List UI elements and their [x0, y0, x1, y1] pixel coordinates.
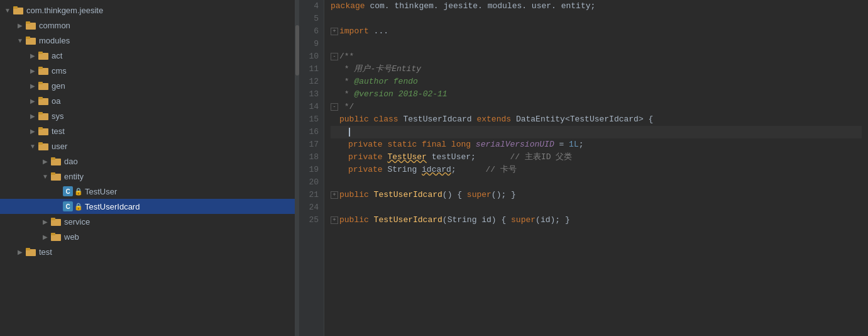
code-line-12: * @author fendo	[331, 76, 862, 88]
folder-icon	[38, 95, 49, 106]
tree-item-common[interactable]: ▶ common	[0, 18, 295, 33]
folder-icon	[50, 171, 62, 182]
svg-rect-5	[26, 36, 30, 39]
tree-item-act[interactable]: ▶ act	[0, 48, 295, 63]
fold-icon[interactable]: +	[331, 216, 338, 224]
svg-rect-23	[51, 172, 55, 175]
arrow-icon: ▶	[28, 126, 38, 136]
folder-icon	[25, 246, 36, 257]
fold-icon[interactable]: -	[331, 103, 338, 111]
folder-icon	[25, 20, 36, 31]
tree-item-test2[interactable]: ▶ test	[0, 244, 295, 259]
svg-rect-13	[38, 97, 43, 99]
folder-icon	[38, 65, 49, 76]
code-line-17: private static final long serialVersionU…	[331, 138, 862, 151]
tree-label-testuseridcard: TestUserIdcard	[85, 202, 140, 211]
arrow-icon: ▶	[40, 232, 50, 242]
arrow-icon: ▶	[28, 50, 38, 60]
svg-rect-1	[13, 6, 18, 9]
arrow-icon: ▼	[40, 171, 50, 181]
code-line-16	[331, 126, 862, 138]
tree-label-entity: entity	[64, 172, 84, 181]
lock-icon: 🔒	[74, 188, 83, 196]
tree-label-test2: test	[39, 247, 52, 257]
file-tree[interactable]: ▼ com.thinkgem.jeesite ▶ common ▼ module…	[0, 0, 295, 336]
code-line-5	[331, 13, 862, 25]
folder-icon	[13, 4, 24, 16]
tree-label-test: test	[52, 126, 65, 136]
folder-icon	[38, 50, 49, 61]
svg-rect-25	[51, 218, 55, 220]
arrow-icon: ▼	[28, 141, 38, 151]
code-line-21: + public TestUserIdcard () { super (); }	[331, 189, 862, 201]
tree-item-dao[interactable]: ▶ dao	[0, 154, 295, 169]
tree-item-entity[interactable]: ▼ entity	[0, 169, 295, 184]
svg-rect-19	[38, 142, 43, 145]
folder-icon	[50, 155, 62, 167]
svg-rect-21	[51, 157, 55, 160]
tree-item-cms[interactable]: ▶ cms	[0, 63, 295, 78]
arrow-icon: ▶	[40, 156, 50, 166]
code-line-4: package com. thinkgem. jeesite. modules.…	[331, 0, 862, 13]
arrow-icon: ▶	[15, 247, 25, 257]
code-line-6: + import ...	[331, 25, 862, 38]
code-line-18: private TestUser testUser; // 主表ID 父类	[331, 151, 862, 164]
arrow-icon: ▶	[28, 96, 38, 106]
tree-item-user[interactable]: ▼ user	[0, 138, 295, 154]
svg-rect-11	[38, 82, 43, 84]
folder-icon	[50, 216, 62, 227]
fold-icon[interactable]: -	[331, 53, 338, 60]
svg-rect-9	[38, 67, 43, 69]
tree-item-sys[interactable]: ▶ sys	[0, 108, 295, 123]
code-line-19: private String idcard ; // 卡号	[331, 164, 862, 176]
code-line-11: * 用户-卡号Entity	[331, 63, 862, 76]
tree-item-test[interactable]: ▶ test	[0, 123, 295, 138]
fold-icon[interactable]: +	[331, 191, 338, 199]
svg-rect-27	[51, 233, 55, 235]
folder-icon	[38, 140, 49, 152]
tree-item-testuseridcard[interactable]: C 🔒 TestUserIdcard	[0, 199, 295, 214]
tree-label-testuser: TestUser	[85, 187, 117, 196]
arrow-icon: ▶	[28, 81, 38, 91]
tree-item-modules[interactable]: ▼ modules	[0, 33, 295, 48]
class-icon: C	[63, 186, 73, 196]
tree-item-gen[interactable]: ▶ gen	[0, 78, 295, 93]
tree-label-cms: cms	[52, 66, 67, 76]
tree-label-gen: gen	[52, 81, 65, 91]
code-editor[interactable]: 4 5 6 9 10 11 12 13 14 15 16 17 18 19 20…	[299, 0, 868, 336]
lock-icon: 🔒	[74, 203, 83, 211]
folder-icon	[38, 80, 49, 91]
arrow-icon: ▶	[40, 216, 50, 227]
tree-label-common: common	[39, 21, 70, 30]
code-line-10: - /**	[331, 50, 862, 63]
tree-item-testuser[interactable]: C 🔒 TestUser	[0, 184, 295, 199]
tree-item-oa[interactable]: ▶ oa	[0, 93, 295, 108]
code-line-24	[331, 201, 862, 214]
tree-label-modules: modules	[39, 36, 70, 45]
code-line-15: public class TestUserIdcard extends Data…	[331, 113, 862, 126]
arrow-icon: ▼	[15, 35, 25, 45]
text-cursor	[349, 128, 350, 137]
tree-label-root: com.thinkgem.jeesite	[26, 6, 103, 15]
folder-icon	[25, 35, 36, 46]
code-line-14: - */	[331, 101, 862, 113]
class-icon: C	[63, 201, 73, 211]
tree-label-web: web	[64, 232, 79, 242]
arrow-icon: ▶	[28, 65, 38, 76]
code-line-13: * @version 2018-02-11	[331, 88, 862, 101]
tree-item-service[interactable]: ▶ service	[0, 214, 295, 229]
tree-label-user: user	[52, 142, 67, 151]
tree-label-act: act	[52, 51, 62, 60]
arrow-icon: ▼	[3, 5, 13, 15]
tree-label-sys: sys	[52, 111, 64, 121]
code-content[interactable]: package com. thinkgem. jeesite. modules.…	[324, 0, 868, 336]
tree-item-root[interactable]: ▼ com.thinkgem.jeesite	[0, 3, 295, 18]
arrow-icon: ▶	[28, 111, 38, 121]
tree-label-service: service	[64, 217, 90, 227]
svg-rect-29	[26, 248, 30, 250]
folder-icon	[38, 110, 49, 121]
svg-rect-17	[38, 127, 43, 130]
tree-item-web[interactable]: ▶ web	[0, 229, 295, 244]
svg-rect-7	[38, 52, 43, 54]
fold-icon[interactable]: +	[331, 28, 338, 35]
